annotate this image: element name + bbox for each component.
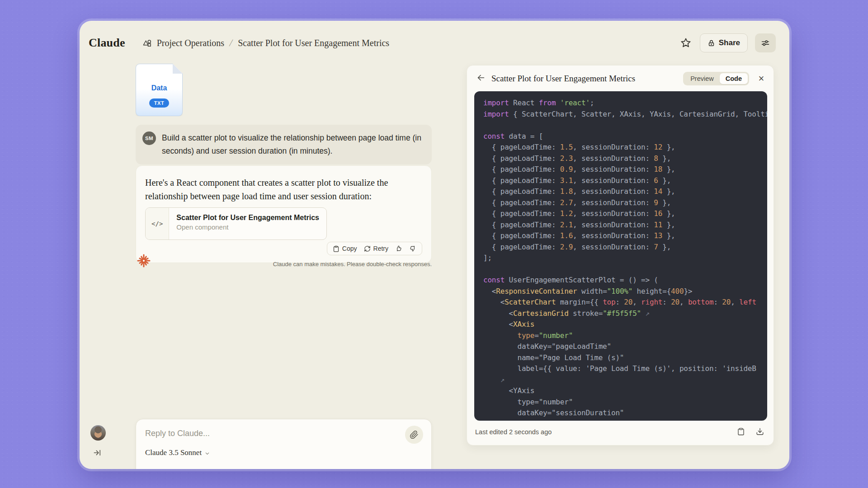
code-line: <CartesianGrid stroke="#f5f5f5" ↗ xyxy=(483,309,767,320)
thumbs-up-icon xyxy=(395,245,402,252)
download-button[interactable] xyxy=(755,427,764,436)
settings-button[interactable] xyxy=(755,33,776,52)
share-button[interactable]: Share xyxy=(700,33,748,52)
last-edited-status: Last edited 2 seconds ago xyxy=(475,428,736,436)
thumbs-down-button[interactable] xyxy=(409,245,416,252)
footer-actions xyxy=(736,427,764,436)
code-line: import { ScatterChart, Scatter, XAxis, Y… xyxy=(483,110,767,121)
code-content: import React from 'react';import { Scatt… xyxy=(483,99,767,420)
code-line: { pageLoadTime: 2.3, sessionDuration: 8 … xyxy=(483,154,767,165)
code-line: { pageLoadTime: 1.5, sessionDuration: 12… xyxy=(483,143,767,154)
artifact-chip-text: Scatter Plot for User Engagement Metrics… xyxy=(169,208,326,239)
user-avatar-photo[interactable] xyxy=(90,425,106,441)
code-line: { pageLoadTime: 1.6, sessionDuration: 13… xyxy=(483,231,767,243)
code-line xyxy=(483,265,767,276)
close-icon: × xyxy=(759,73,764,84)
skip-to-end-icon xyxy=(93,448,102,457)
copy-label: Copy xyxy=(342,245,357,252)
user-message: SM Build a scatter plot to visualize the… xyxy=(136,125,432,164)
artifact-chip-title: Scatter Plot for User Engagement Metrics xyxy=(176,214,319,222)
code-line: <ResponsiveContainer width="100%" height… xyxy=(483,287,767,298)
code-line xyxy=(483,121,767,132)
download-icon xyxy=(756,427,764,436)
attach-button[interactable] xyxy=(405,426,423,444)
artifact-chip[interactable]: </> Scatter Plot for User Engagement Met… xyxy=(145,207,327,240)
paperclip-icon xyxy=(410,430,419,439)
copy-button[interactable]: Copy xyxy=(333,245,357,252)
retry-button[interactable]: Retry xyxy=(364,245,388,252)
code-line: type="number" xyxy=(483,398,767,409)
thumbs-up-button[interactable] xyxy=(395,245,402,252)
clipboard-icon xyxy=(333,245,340,252)
code-line: { pageLoadTime: 1.8, sessionDuration: 14… xyxy=(483,187,767,198)
retry-label: Retry xyxy=(373,245,388,252)
code-icon: </> xyxy=(146,208,169,239)
code-line: ↗ xyxy=(483,375,767,387)
artifact-panel-header: Scatter Plot for User Engagement Metrics… xyxy=(467,66,774,91)
thumbs-down-icon xyxy=(409,245,416,252)
artifact-panel-title: Scatter Plot for User Engagement Metrics xyxy=(491,74,683,84)
sliders-icon xyxy=(760,38,770,48)
code-line: dataKey="pageLoadTime" xyxy=(483,342,767,353)
tab-preview[interactable]: Preview xyxy=(684,73,720,84)
star-button[interactable] xyxy=(679,36,693,50)
user-message-text: Build a scatter plot to visualize the re… xyxy=(162,131,423,158)
tab-code[interactable]: Code xyxy=(720,73,748,84)
code-line: const UserEngagementScatterPlot = () => … xyxy=(483,276,767,287)
code-line: <XAxis xyxy=(483,320,767,331)
copy-code-button[interactable] xyxy=(736,427,745,436)
chat-column: Data TXT SM Build a scatter plot to visu… xyxy=(136,21,432,469)
code-line: type="number" xyxy=(483,331,767,343)
code-line: { pageLoadTime: 0.9, sessionDuration: 18… xyxy=(483,165,767,176)
message-actions: Copy Retry xyxy=(327,242,422,255)
skip-to-end-button[interactable] xyxy=(93,448,102,457)
code-line: { pageLoadTime: 2.1, sessionDuration: 11… xyxy=(483,221,767,232)
app-window: Claude Project Operations / Scatter Plot… xyxy=(80,21,789,469)
code-line: { pageLoadTime: 2.9, sessionDuration: 7 … xyxy=(483,243,767,254)
user-avatar: SM xyxy=(142,131,156,145)
code-block[interactable]: import React from 'react';import { Scatt… xyxy=(474,91,767,421)
code-line: label={{ value: 'Page Load Time (s)', po… xyxy=(483,364,767,375)
code-line: { pageLoadTime: 3.1, sessionDuration: 6 … xyxy=(483,176,767,188)
back-arrow-icon xyxy=(476,73,486,83)
model-label: Claude 3.5 Sonnet xyxy=(145,448,202,457)
lock-icon xyxy=(708,39,715,47)
composer: Claude 3.5 Sonnet xyxy=(136,419,432,469)
code-line: { pageLoadTime: 1.2, sessionDuration: 16… xyxy=(483,209,767,221)
code-line: <YAxis xyxy=(483,386,767,398)
file-name: Data xyxy=(151,84,167,92)
file-fold-corner xyxy=(173,64,183,74)
back-button[interactable] xyxy=(475,73,487,84)
assistant-intro-text: Here's a React component that creates a … xyxy=(145,176,425,203)
code-line: <ScatterChart margin={{ top: 20, right: … xyxy=(483,298,767,309)
retry-icon xyxy=(364,245,371,252)
view-toggle: Preview Code xyxy=(683,72,749,85)
artifact-panel: Scatter Plot for User Engagement Metrics… xyxy=(467,65,774,446)
code-line: name="Page Load Time (s)" xyxy=(483,353,767,365)
clipboard-icon xyxy=(737,427,745,436)
header-actions: Share xyxy=(679,33,776,52)
code-line: dataKey="sessionDuration" xyxy=(483,408,767,420)
artifact-panel-footer: Last edited 2 seconds ago xyxy=(467,422,774,445)
claude-wordmark: Claude xyxy=(89,36,125,50)
artifact-chip-subtitle: Open component xyxy=(176,223,319,231)
model-selector[interactable]: Claude 3.5 Sonnet xyxy=(145,448,210,457)
star-icon xyxy=(680,37,692,49)
code-line: { pageLoadTime: 2.7, sessionDuration: 9 … xyxy=(483,198,767,210)
close-button[interactable]: × xyxy=(755,73,767,84)
reply-input[interactable] xyxy=(145,427,389,440)
file-type-badge: TXT xyxy=(149,99,169,108)
code-line: const data = [ xyxy=(483,132,767,143)
disclaimer-text: Claude can make mistakes. Please double-… xyxy=(136,261,432,267)
code-line: import React from 'react'; xyxy=(483,99,767,110)
chevron-down-icon xyxy=(205,451,210,456)
code-line: ]; xyxy=(483,253,767,265)
share-label: Share xyxy=(719,38,740,47)
